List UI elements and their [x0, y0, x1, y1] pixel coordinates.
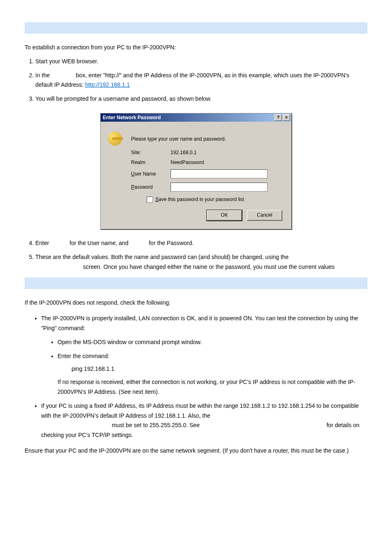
- realm-value: NeedPassword: [171, 160, 204, 165]
- username-input[interactable]: [171, 169, 267, 178]
- sub-list-1: Open the MS-DOS window or command prompt…: [41, 338, 367, 397]
- bullet-1-text: The IP-2000VPN is properly installed, LA…: [41, 315, 358, 331]
- site-value: 192.168.0.1: [171, 150, 196, 155]
- section-banner-2: [25, 278, 367, 289]
- step-4-a: Enter: [35, 240, 51, 246]
- bullet-2-b: must be set to 255.255.255.0. See: [110, 422, 201, 428]
- bullet-2-a: If your PC is using a fixed IP Address, …: [41, 402, 359, 419]
- key-icon: [108, 132, 122, 146]
- step-4: Enter for the User name, and for the Pas…: [35, 238, 367, 248]
- troubleshoot-list: The IP-2000VPN is properly installed, LA…: [25, 314, 367, 440]
- intro-2: If the IP-2000VPN does not respond, chec…: [25, 298, 367, 308]
- dialog-titlebar: Enter Network Password ? ×: [101, 113, 291, 122]
- section-banner-1: [25, 22, 367, 34]
- step-4-c: for the Password.: [147, 240, 194, 246]
- steps-list-cont: Enter for the User name, and for the Pas…: [25, 238, 367, 272]
- footer-para: Ensure that your PC and the IP-2000VPN a…: [25, 446, 367, 456]
- step-1: Start your WEB browser.: [35, 57, 367, 67]
- username-label: UUser Nameser Name: [131, 171, 171, 177]
- step-5-a: These are the default values. Both the n…: [35, 254, 288, 260]
- sub-2-tail: If no response is received, either the c…: [58, 377, 367, 397]
- steps-list: Start your WEB browser. In the box, ente…: [25, 57, 367, 104]
- save-password-label: Save this password in your password list…: [155, 197, 244, 202]
- password-dialog: Enter Network Password ? × Please type y…: [100, 113, 292, 229]
- step-5: These are the default values. Both the n…: [35, 252, 367, 272]
- cancel-button[interactable]: Cancel: [247, 210, 282, 221]
- step-3: You will be prompted for a username and …: [35, 94, 367, 104]
- step-4-b: for the User name, and: [68, 240, 130, 246]
- close-button[interactable]: ×: [283, 114, 290, 121]
- save-password-row[interactable]: Save this password in your password list…: [147, 197, 284, 203]
- password-label: PPasswordassword: [131, 184, 171, 190]
- step-2-b: box, enter "http://" and the IP Address …: [35, 72, 349, 88]
- save-password-checkbox[interactable]: [147, 197, 153, 203]
- ping-cmd: ping 192.168.1.1: [58, 364, 367, 374]
- bullet-1: The IP-2000VPN is properly installed, LA…: [41, 314, 367, 397]
- dialog-title: Enter Network Password: [102, 114, 274, 121]
- password-input[interactable]: [171, 183, 267, 192]
- ok-button[interactable]: OK: [207, 210, 242, 221]
- sub-2-text: Enter the command:: [58, 353, 109, 359]
- help-button[interactable]: ?: [274, 114, 282, 121]
- dialog-prompt: Please type your user name and password.: [131, 136, 226, 142]
- step-2-a: In the: [35, 72, 51, 79]
- sub-2: Enter the command: ping 192.168.1.1 If n…: [58, 352, 367, 397]
- realm-label: Realm: [131, 160, 171, 165]
- default-ip-link[interactable]: http://192.168.1.1: [85, 81, 130, 88]
- step-2: In the box, enter "http://" and the IP A…: [35, 71, 367, 90]
- sub-1: Open the MS-DOS window or command prompt…: [58, 338, 367, 347]
- step-5-b: screen. Once you have changed either the…: [81, 264, 334, 270]
- site-label: Site:: [131, 150, 171, 155]
- intro-1: To establish a connection from your PC t…: [25, 43, 367, 53]
- bullet-2: If your PC is using a fixed IP Address, …: [41, 401, 367, 440]
